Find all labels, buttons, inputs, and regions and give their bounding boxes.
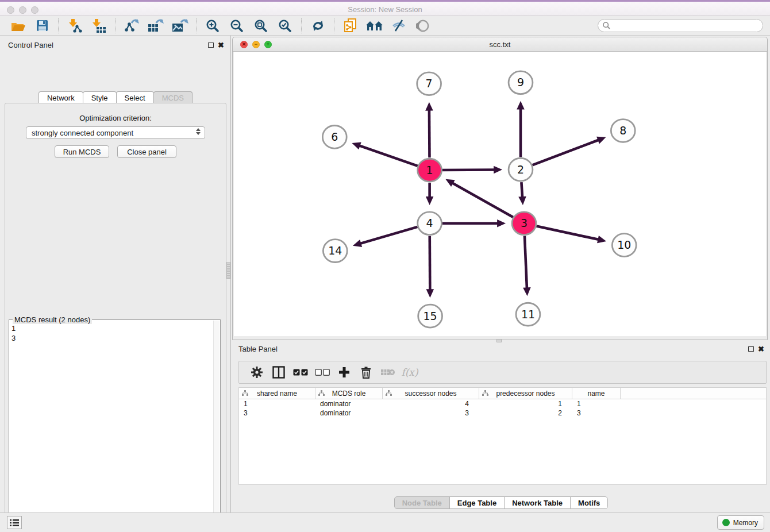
- mcds-result-box: MCDS result (2 nodes) 13: [9, 319, 221, 532]
- export-network-button[interactable]: [120, 17, 144, 34]
- column-header-name[interactable]: name: [572, 388, 621, 399]
- tab-mcds[interactable]: MCDS: [153, 91, 192, 103]
- tree-icon: [386, 390, 392, 396]
- tab-style[interactable]: Style: [83, 91, 117, 103]
- delete-table-icon: [380, 368, 395, 377]
- graph-edge[interactable]: [442, 166, 503, 174]
- graph-node[interactable]: 7: [417, 72, 441, 95]
- close-panel-icon[interactable]: ✖: [218, 43, 224, 48]
- network-window-titlebar[interactable]: ✕ − + scc.txt: [233, 37, 767, 52]
- table-settings-button[interactable]: [246, 363, 268, 381]
- memory-button[interactable]: Memory: [717, 515, 764, 530]
- delete-table-button[interactable]: [377, 363, 399, 381]
- deselect-all-button[interactable]: [311, 363, 333, 381]
- graph-node[interactable]: 9: [509, 71, 533, 94]
- graph-edge[interactable]: [445, 179, 513, 217]
- graph-edge[interactable]: [517, 101, 525, 157]
- save-session-button[interactable]: [30, 17, 54, 34]
- tab-network-table[interactable]: Network Table: [504, 496, 571, 509]
- graph-node[interactable]: 3: [512, 212, 536, 235]
- window-title: Session: New Session: [0, 5, 770, 14]
- hide-annotations-button[interactable]: [387, 17, 411, 34]
- graph-edge[interactable]: [353, 227, 418, 247]
- import-table-icon: [91, 18, 106, 33]
- search-input[interactable]: [611, 20, 763, 31]
- zoom-out-button[interactable]: [225, 17, 249, 34]
- network-canvas[interactable]: 1234678910111415: [234, 52, 766, 336]
- tab-edge-table[interactable]: Edge Table: [449, 496, 505, 509]
- table-row[interactable]: 1dominator411: [239, 399, 766, 408]
- tab-select[interactable]: Select: [116, 91, 154, 103]
- splitter-grip[interactable]: [226, 262, 230, 279]
- mcds-panel: Optimization criterion: strongly connect…: [5, 103, 226, 532]
- graph-edge[interactable]: [426, 183, 434, 205]
- graph-node[interactable]: 15: [418, 304, 442, 327]
- zoom-selected-button[interactable]: [273, 17, 297, 34]
- graph-edge[interactable]: [352, 142, 418, 165]
- zoom-in-button[interactable]: [201, 17, 225, 34]
- tab-motifs[interactable]: Motifs: [570, 496, 608, 509]
- column-header-shared-name[interactable]: shared name: [239, 388, 315, 399]
- zoom-out-icon: [230, 19, 244, 33]
- graph-edge[interactable]: [442, 219, 506, 228]
- run-mcds-button[interactable]: Run MCDS: [55, 145, 109, 158]
- graph-node[interactable]: 2: [509, 158, 533, 181]
- graph-edge[interactable]: [536, 226, 606, 243]
- zoom-fit-button[interactable]: [249, 17, 273, 34]
- graph-edge[interactable]: [518, 182, 526, 205]
- tab-network[interactable]: Network: [38, 91, 83, 103]
- graph-edge[interactable]: [426, 236, 434, 298]
- unchecked-boxes-icon: [315, 369, 330, 376]
- mcds-result-text[interactable]: 13: [11, 323, 212, 532]
- result-scrollbar[interactable]: [213, 321, 220, 532]
- graph-node[interactable]: 14: [323, 240, 347, 263]
- svg-text:6: 6: [331, 130, 338, 143]
- graph-edge[interactable]: [523, 236, 531, 296]
- table-cell: 3: [383, 408, 479, 418]
- column-header-mcds-role[interactable]: MCDS role: [315, 388, 383, 399]
- column-header-successor-nodes[interactable]: successor nodes: [383, 388, 479, 399]
- graph-node[interactable]: 8: [611, 119, 635, 142]
- column-header-predecessor-nodes[interactable]: predecessor nodes: [479, 388, 572, 399]
- svg-text:15: 15: [424, 310, 437, 322]
- add-row-button[interactable]: [333, 363, 355, 381]
- graph-node[interactable]: 10: [612, 234, 636, 257]
- show-task-history-button[interactable]: [7, 516, 22, 529]
- show-graphics-details-button[interactable]: [411, 17, 435, 34]
- graph-node[interactable]: 11: [516, 303, 540, 326]
- tab-node-table[interactable]: Node Table: [394, 496, 450, 509]
- table-row[interactable]: 3dominator323: [239, 408, 766, 418]
- refresh-icon: [311, 19, 325, 33]
- toolbar-search[interactable]: [598, 19, 763, 32]
- clone-network-icon: [343, 18, 358, 33]
- close-panel-button[interactable]: Close panel: [117, 145, 176, 158]
- graph-edge[interactable]: [532, 137, 606, 165]
- delete-row-button[interactable]: [355, 363, 377, 381]
- import-table-button[interactable]: [87, 17, 111, 34]
- show-column-panel-button[interactable]: [268, 363, 290, 381]
- float-table-panel-icon[interactable]: [748, 346, 754, 352]
- criterion-select[interactable]: strongly connected component: [26, 126, 205, 139]
- network-graph[interactable]: 1234678910111415: [234, 52, 766, 336]
- toolbar-separator: [301, 18, 302, 33]
- graph-node[interactable]: 4: [418, 212, 442, 235]
- clone-network-button[interactable]: [338, 17, 363, 34]
- export-image-button[interactable]: [168, 17, 192, 34]
- graph-edge[interactable]: [425, 102, 433, 158]
- refresh-layout-button[interactable]: [306, 17, 330, 34]
- control-panel-tabs: Network Style Select MCDS: [0, 91, 230, 103]
- open-session-button[interactable]: [6, 17, 30, 34]
- toolbar-separator: [334, 18, 334, 33]
- select-all-button[interactable]: [290, 363, 311, 381]
- graph-node[interactable]: 1: [418, 159, 442, 182]
- float-panel-icon[interactable]: [208, 43, 214, 48]
- close-table-panel-icon[interactable]: ✖: [758, 346, 764, 352]
- svg-text:1: 1: [426, 164, 433, 176]
- tree-icon: [242, 390, 248, 396]
- import-network-button[interactable]: [63, 17, 87, 34]
- graph-node[interactable]: 6: [322, 125, 346, 148]
- apply-function-button[interactable]: f(x): [399, 363, 421, 381]
- first-neighbors-button[interactable]: [363, 17, 387, 34]
- table-cell: 2: [479, 408, 572, 418]
- export-table-button[interactable]: [144, 17, 168, 34]
